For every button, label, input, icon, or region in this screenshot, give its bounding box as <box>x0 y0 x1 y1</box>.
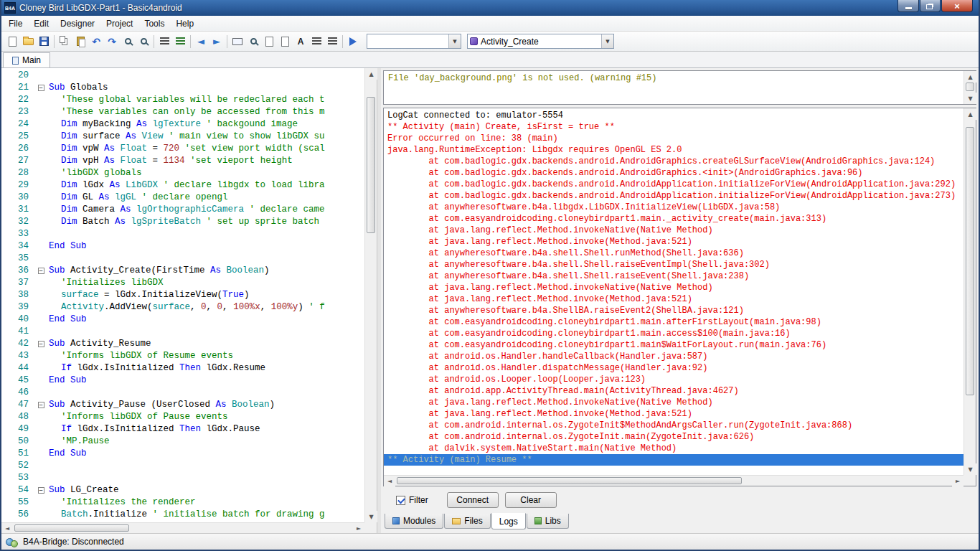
find-next-icon[interactable] <box>136 34 151 50</box>
menu-designer[interactable]: Designer <box>55 17 100 31</box>
code-editor[interactable]: 2021−Sub Globals22'These global variable… <box>1 68 377 533</box>
minimize-button[interactable] <box>897 0 919 12</box>
code-line[interactable]: 44If lGdx.IsInitialized Then lGdx.Resume <box>1 362 364 375</box>
editor-horizontal-scrollbar[interactable]: ◄ ► <box>1 522 364 533</box>
code-line[interactable]: 30Dim GL As lgGL ' declare opengl <box>1 192 364 204</box>
fold-column[interactable]: − <box>33 82 49 94</box>
log-line[interactable]: at com.easyandroidcoding.cloneybirdpart1… <box>387 339 963 351</box>
code-line[interactable]: 32Dim Batch As lgSpriteBatch ' set up sp… <box>1 216 364 228</box>
warnings-vertical-scrollbar[interactable]: ▲ ▼ <box>963 71 976 104</box>
code-lines[interactable]: 2021−Sub Globals22'These global variable… <box>1 68 364 522</box>
fold-toggle-icon[interactable]: − <box>38 487 44 494</box>
log-line[interactable]: at android.app.ActivityThread.main(Activ… <box>387 385 963 397</box>
scroll-left-icon[interactable]: ◄ <box>384 476 395 486</box>
code-line[interactable]: 52 <box>1 460 364 472</box>
code-line[interactable]: 36−Sub Activity_Create(FirstTime As Bool… <box>1 265 364 277</box>
log-line[interactable]: at com.badlogic.gdx.backends.android.And… <box>387 156 963 167</box>
log-line[interactable]: at dalvik.system.NativeStart.main(Native… <box>387 443 963 454</box>
log-line[interactable]: at anywheresoftware.b4a.shell.Shell.runM… <box>387 248 963 259</box>
fold-column[interactable]: − <box>33 399 49 411</box>
menu-help[interactable]: Help <box>170 17 199 31</box>
code-line[interactable]: 27Dim vpH As Float = 1134 'set vieport h… <box>1 155 364 167</box>
log-line[interactable]: at java.lang.reflect.Method.invokeNative… <box>387 225 963 236</box>
code-line[interactable]: 33 <box>1 228 364 240</box>
code-line[interactable]: 35 <box>1 253 364 265</box>
code-line[interactable]: 41 <box>1 326 364 338</box>
uncomment-icon[interactable] <box>172 34 188 50</box>
fold-column[interactable]: − <box>33 338 49 350</box>
tab-logs[interactable]: Logs <box>491 513 526 529</box>
chevron-down-icon[interactable]: ▼ <box>601 34 613 48</box>
scroll-thumb[interactable] <box>966 83 974 91</box>
code-line[interactable]: 56Batch.Initialize ' initialise batch fo… <box>1 509 364 521</box>
outdent-icon[interactable] <box>324 34 340 50</box>
code-line[interactable]: 48'Informs libGDX of Pause events <box>1 411 364 423</box>
code-line[interactable]: 42−Sub Activity_Resume <box>1 338 364 350</box>
log-horizontal-scrollbar[interactable]: ◄ ► <box>384 475 963 486</box>
log-line[interactable]: ** Activity (main) Create, isFirst = tru… <box>387 121 963 133</box>
filter-checkbox[interactable] <box>396 496 405 505</box>
scroll-down-icon[interactable]: ▼ <box>964 463 976 475</box>
log-line[interactable]: at java.lang.reflect.Method.invoke(Metho… <box>387 293 963 305</box>
undo-icon[interactable]: ↶ <box>88 34 104 50</box>
code-line[interactable]: 31Dim Camera As lgOrthographicCamera ' d… <box>1 204 364 216</box>
code-line[interactable]: 51End Sub <box>1 448 364 460</box>
log-line[interactable]: at anywheresoftware.b4a.libgdx.LibGDX.In… <box>387 202 963 213</box>
menu-project[interactable]: Project <box>100 17 138 31</box>
designer-icon[interactable] <box>230 34 245 50</box>
tab-files[interactable]: Files <box>444 514 490 529</box>
indent-icon[interactable] <box>308 34 324 50</box>
fold-toggle-icon[interactable]: − <box>38 341 44 347</box>
code-line[interactable]: 37'Initializes libGDX <box>1 277 364 289</box>
find-sub-icon[interactable] <box>245 34 261 50</box>
subs-combobox[interactable]: Activity_Create ▼ <box>467 34 614 49</box>
code-line[interactable]: 39Activity.AddView(surface, 0, 0, 100%x,… <box>1 301 364 314</box>
scroll-up-icon[interactable]: ▲ <box>365 68 377 80</box>
find-icon[interactable] <box>120 34 136 50</box>
log-line[interactable]: at com.easyandroidcoding.cloneybirdpart1… <box>387 328 963 339</box>
scroll-up-icon[interactable]: ▲ <box>964 108 976 120</box>
chevron-down-icon[interactable]: ▼ <box>448 34 461 48</box>
fold-toggle-icon[interactable]: − <box>38 85 44 91</box>
fold-column[interactable]: − <box>33 484 49 496</box>
tab-libs[interactable]: Libs <box>527 514 569 529</box>
restore-button[interactable] <box>920 0 941 12</box>
save-icon[interactable] <box>36 34 52 50</box>
code-line[interactable]: 46 <box>1 387 364 399</box>
log-line[interactable]: at android.os.Looper.loop(Looper.java:12… <box>387 374 963 385</box>
code-line[interactable]: 20 <box>1 70 364 82</box>
log-line[interactable]: at java.lang.reflect.Method.invokeNative… <box>387 397 963 408</box>
log-line-selected[interactable]: ** Activity (main) Resume ** <box>384 454 963 466</box>
code-line[interactable]: 45End Sub <box>1 375 364 387</box>
code-line[interactable]: 50'MP.Pause <box>1 435 364 448</box>
code-line[interactable]: 53 <box>1 472 364 484</box>
tab-modules[interactable]: Modules <box>385 514 443 529</box>
log-line[interactable]: java.lang.RuntimeException: Libgdx requi… <box>387 144 963 156</box>
log-line[interactable]: at com.easyandroidcoding.cloneybirdpart1… <box>387 316 963 328</box>
code-line[interactable]: 34End Sub <box>1 240 364 253</box>
code-line[interactable]: 49If lGdx.IsInitialized Then lGdx.Pause <box>1 423 364 435</box>
fold-column[interactable]: − <box>33 265 49 277</box>
scroll-left-icon[interactable]: ◄ <box>1 523 13 534</box>
menu-tools[interactable]: Tools <box>138 17 170 31</box>
scroll-thumb[interactable] <box>966 127 974 395</box>
tab-main[interactable]: Main <box>3 52 50 67</box>
log-vertical-scrollbar[interactable]: ▲ ▼ <box>963 108 976 475</box>
run-icon[interactable] <box>345 34 361 50</box>
log-line[interactable]: at anywheresoftware.b4a.ShellBA.raiseEve… <box>387 305 963 316</box>
code-line[interactable]: 47−Sub Activity_Pause (UserClosed As Boo… <box>1 399 364 411</box>
scroll-right-icon[interactable]: ► <box>952 476 963 486</box>
scroll-thumb[interactable] <box>367 97 375 233</box>
scroll-right-icon[interactable]: ► <box>353 523 364 534</box>
log-line[interactable]: Error occurred on line: 38 (main) <box>387 133 963 144</box>
close-button[interactable]: × <box>941 0 973 12</box>
log-line[interactable]: at com.easyandroidcoding.cloneybirdpart1… <box>387 213 963 225</box>
warnings-box[interactable]: File 'day_background.png' is not used. (… <box>383 70 976 105</box>
scroll-thumb[interactable] <box>397 477 742 484</box>
code-line[interactable]: 26Dim vpW As Float = 720 'set view port … <box>1 143 364 155</box>
paste-icon[interactable] <box>72 34 88 50</box>
menu-file[interactable]: File <box>3 17 28 31</box>
editor-vertical-scrollbar[interactable]: ▲ ▼ <box>364 68 377 522</box>
log-line[interactable]: at anywheresoftware.b4a.shell.Shell.rais… <box>387 259 963 270</box>
block-comment-icon[interactable] <box>261 34 277 50</box>
